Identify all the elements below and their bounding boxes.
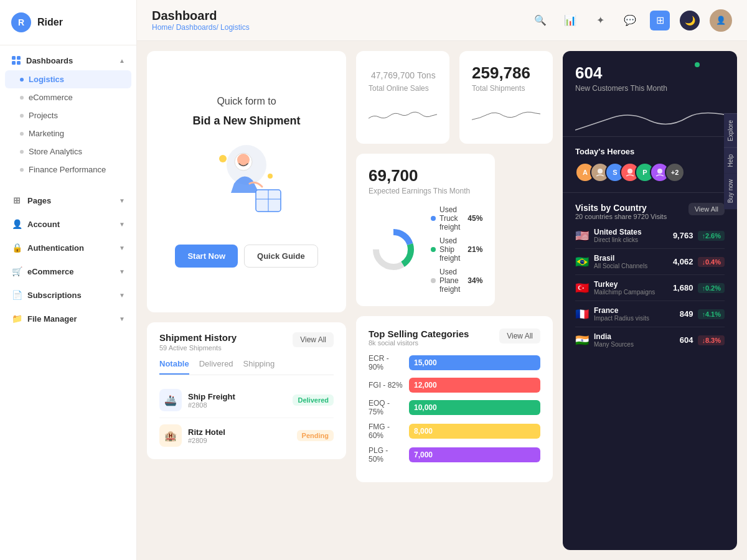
total-sales-label: Total Online Sales (369, 84, 437, 93)
grid-icon[interactable]: ⊞ (650, 11, 670, 30)
avatar[interactable]: 👤 (710, 9, 732, 32)
help-label[interactable]: Help (724, 147, 737, 174)
header-left: Dashboard Home/ Dashboards/ Logistics (152, 9, 250, 32)
tab-notable[interactable]: Notable (159, 359, 189, 375)
bar-track-fgi: 12,000 (409, 378, 540, 393)
sidebar-item-ecommerce[interactable]: eCommerce (0, 88, 136, 106)
sidebar-item-projects-label: Projects (29, 111, 58, 120)
pages-chevron-icon: ▼ (119, 197, 125, 204)
plane-dot (431, 278, 436, 283)
sidebar-item-finance-performance-label: Finance Performance (29, 165, 106, 174)
bar-item-fgi: FGI - 82% 12,000 (369, 378, 540, 393)
bid-card-subtitle: Bid a New Shipment (192, 114, 300, 128)
visits-view-all-button[interactable]: View All (688, 203, 725, 215)
messages-icon[interactable]: 💬 (620, 11, 640, 30)
buy-now-label[interactable]: Buy now (724, 173, 737, 209)
sidebar-item-store-analytics-label: Store Analytics (29, 147, 82, 156)
country-info-turkey: Turkey Mailchimp Campaigns (594, 280, 668, 296)
heroes-section: Today's Heroes A S P +2 (563, 136, 737, 192)
sidebar-file-manager[interactable]: 📁 File Manager ▼ (0, 307, 136, 330)
sidebar-subscriptions[interactable]: 📄 Subscriptions ▼ (0, 283, 136, 307)
account-icon: 👤 (11, 218, 22, 230)
earnings-label: Expected Earnings This Month (369, 187, 482, 195)
country-visits-india: 604 (680, 335, 693, 345)
sidebar-item-marketing[interactable]: Marketing (0, 124, 136, 142)
shipment-header: Shipment History 59 Active Shipments Vie… (159, 332, 334, 352)
explore-label[interactable]: Explore (724, 113, 737, 147)
shipment-view-all-button[interactable]: View All (293, 332, 334, 347)
sidebar-pages[interactable]: ⊞ Pages ▼ (0, 189, 136, 212)
bar-label-plg: PLG - 50% (369, 446, 403, 464)
shipment-subtitle: 59 Active Shipments (159, 344, 237, 352)
shipment-status-badge-2: Pending (297, 430, 334, 441)
bar-value-fmg: 8,000 (414, 427, 433, 436)
ship-freight-legend: Used Ship freight 21% (431, 236, 482, 263)
quick-guide-button[interactable]: Quick Guide (244, 245, 318, 268)
tab-shipping[interactable]: Shipping (243, 359, 275, 375)
categories-view-all-button[interactable]: View All (499, 329, 540, 343)
sidebar-item-logistics-label: Logistics (29, 75, 64, 84)
bar-item-ecr: ECR - 90% 15,000 (369, 354, 540, 371)
start-now-button[interactable]: Start Now (175, 245, 238, 268)
authentication-label: Authentication (27, 243, 84, 253)
country-visits-turkey: 1,680 (673, 283, 693, 292)
header-right: 🔍 📊 ✦ 💬 ⊞ 🌙 👤 (530, 9, 732, 32)
sidebar-account[interactable]: 👤 Account ▼ (0, 212, 136, 236)
country-source-turkey: Mailchimp Campaigns (594, 289, 668, 296)
bid-card: Quick form to Bid a New Shipment (147, 51, 346, 312)
total-shipments-card: 259,786 Total Shipments (459, 51, 553, 144)
file-manager-label: File Manager (27, 314, 77, 324)
bar-track-ecr: 15,000 (409, 355, 540, 370)
earnings-row: 69,700 Expected Earnings This Month (356, 154, 553, 306)
plane-pct: 34% (467, 276, 482, 285)
shipment-type-icon-2: 🏨 (159, 424, 182, 447)
svg-point-6 (268, 174, 273, 179)
breadcrumb-dashboards[interactable]: Dashboards/ (176, 23, 218, 32)
sidebar-ecommerce-main[interactable]: 🛒 eCommerce ▼ (0, 259, 136, 283)
bar-track-eoq: 10,000 (409, 400, 540, 415)
analytics-icon[interactable]: 📊 (560, 11, 580, 30)
shipment-title: Shipment History (159, 332, 237, 343)
country-change-india: ↓8.3% (698, 335, 725, 345)
country-source-brasil: All Social Channels (594, 263, 668, 269)
bar-item-plg: PLG - 50% 7,000 (369, 446, 540, 464)
header: Dashboard Home/ Dashboards/ Logistics 🔍 … (137, 0, 747, 41)
country-change-usa: ↑2.6% (698, 231, 725, 241)
country-visits-usa: 9,763 (673, 231, 693, 240)
dashboards-header[interactable]: Dashboards ▲ (0, 50, 136, 70)
heroes-title: Today's Heroes (575, 147, 725, 156)
sidebar-item-store-analytics[interactable]: Store Analytics (0, 142, 136, 161)
country-change-france: ↑4.1% (698, 309, 725, 319)
empty-slot (505, 154, 553, 306)
tab-delivered[interactable]: Delivered (199, 359, 233, 375)
sidebar-item-finance-performance[interactable]: Finance Performance (0, 161, 136, 179)
flag-turkey: 🇹🇷 (575, 281, 589, 295)
country-info-brasil: Brasil All Social Channels (594, 254, 668, 269)
country-name-france: France (594, 306, 675, 315)
theme-toggle[interactable]: 🌙 (680, 11, 700, 30)
left-column: Quick form to Bid a New Shipment (147, 51, 346, 550)
search-icon[interactable]: 🔍 (530, 11, 550, 30)
sidebar-authentication[interactable]: 🔒 Authentication ▼ (0, 236, 136, 259)
sidebar-item-logistics[interactable]: Logistics (5, 70, 131, 88)
pages-label: Pages (27, 196, 51, 205)
hero-avatar-more: +2 (665, 162, 685, 182)
bar-label-ecr: ECR - 90% (369, 354, 403, 371)
dashboard-body: Quick form to Bid a New Shipment (137, 41, 747, 560)
earnings-value: 69,700 (369, 166, 482, 185)
breadcrumb-home[interactable]: Home/ (152, 23, 174, 32)
svg-point-5 (219, 155, 227, 162)
subscriptions-icon: 📄 (11, 289, 22, 301)
new-customers-label: New Customers This Month (575, 84, 725, 93)
visits-header: Visits by Country 20 countries share 972… (575, 203, 725, 220)
donut-container: Used Truck freight 45% Used Ship freight… (369, 205, 482, 294)
sidebar-item-projects[interactable]: Projects (0, 106, 136, 124)
country-name-india: India (594, 332, 675, 341)
shipment-name-2: Ritz Hotel (188, 427, 291, 437)
settings-icon[interactable]: ✦ (590, 11, 610, 30)
country-source-france: Impact Radius visits (594, 315, 675, 322)
breadcrumb-logistics[interactable]: Logistics (220, 23, 250, 32)
logo-icon: R (11, 12, 31, 32)
sidebar-logo[interactable]: R Rider (0, 0, 136, 45)
country-name-brasil: Brasil (594, 254, 668, 263)
